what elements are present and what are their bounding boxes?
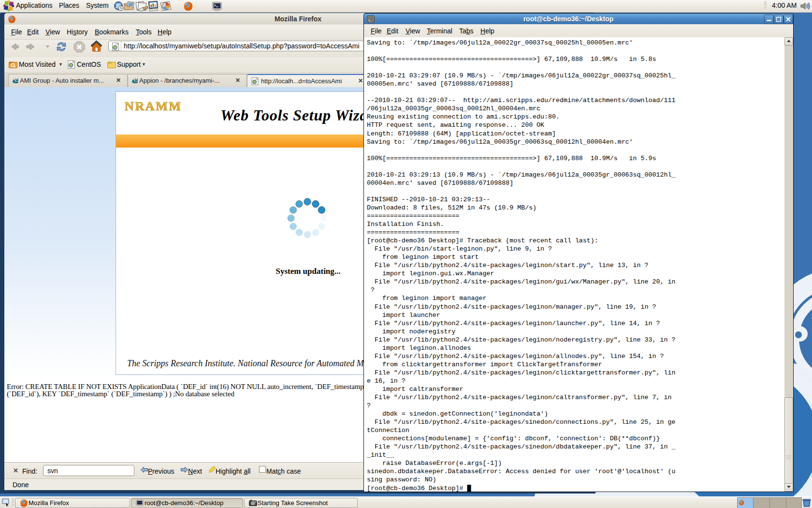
svg-text:NRAMM: NRAMM <box>125 101 181 113</box>
